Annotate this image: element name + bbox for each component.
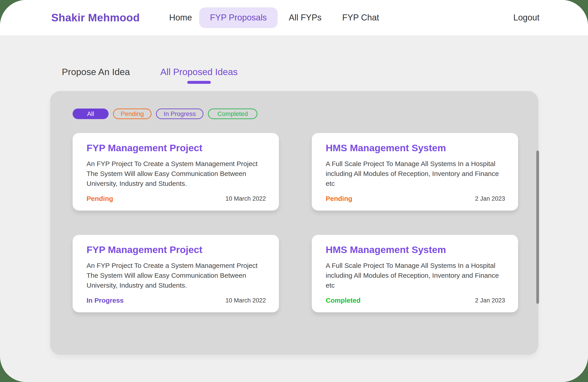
card-description: An FYP Project To Create a System Manage… [86,261,266,290]
proposal-card[interactable]: FYP Management Project An FYP Project To… [73,133,279,211]
main-content: Propose An Idea All Proposed Ideas All P… [0,67,588,355]
logout-button[interactable]: Logout [513,13,539,22]
proposal-card-grid: FYP Management Project An FYP Project To… [73,133,538,312]
card-footer: Pending 10 March 2022 [86,195,266,202]
nav-all-fyps[interactable]: All FYPs [289,13,322,22]
card-description: An FYP Project To Create a System Manage… [86,159,266,188]
filter-all[interactable]: All [73,109,108,119]
proposal-card[interactable]: FYP Management Project An FYP Project To… [73,235,279,312]
nav-fyp-proposals[interactable]: FYP Proposals [199,7,278,28]
card-title: FYP Management Project [86,142,266,154]
filter-in-progress[interactable]: In Progress [156,109,203,119]
status-badge: In Progress [86,297,124,304]
card-title: FYP Management Project [86,244,266,255]
tab-label: All Proposed Ideas [160,67,238,77]
app-window: Shakir Mehmood Home FYP Proposals All FY… [0,0,588,382]
proposal-card[interactable]: HMS Management System A Full Scale Proje… [312,235,518,312]
card-footer: In Progress 10 March 2022 [86,297,266,304]
status-badge: Pending [326,195,352,202]
card-date: 2 Jan 2023 [475,195,505,202]
card-title: HMS Management System [326,244,505,255]
scrollbar-thumb[interactable] [536,151,539,304]
nav-fyp-chat[interactable]: FYP Chat [342,13,379,22]
tab-all-proposed-ideas[interactable]: All Proposed Ideas [160,67,238,84]
card-description: A Full Scale Project To Manage All Syste… [326,159,505,188]
nav-home[interactable]: Home [169,13,192,22]
card-date: 10 March 2022 [226,195,266,202]
brand-user-name[interactable]: Shakir Mehmood [51,11,140,24]
main-nav: Home FYP Proposals All FYPs FYP Chat [140,7,379,28]
filter-pending[interactable]: Pending [113,109,151,119]
active-tab-underline [187,81,211,84]
proposals-panel: All Pending In Progress Completed FYP Ma… [50,91,538,355]
card-title: HMS Management System [326,142,505,154]
proposal-card[interactable]: HMS Management System A Full Scale Proje… [312,133,518,211]
status-badge: Completed [326,297,360,304]
card-description: A Full Scale Project To Manage All Syste… [326,261,505,290]
card-footer: Completed 2 Jan 2023 [326,297,505,304]
status-filter-bar: All Pending In Progress Completed [73,109,538,119]
tab-label: Propose An Idea [62,67,130,77]
card-date: 10 March 2022 [226,297,266,304]
header: Shakir Mehmood Home FYP Proposals All FY… [0,0,588,35]
proposal-tabs: Propose An Idea All Proposed Ideas [62,67,588,84]
status-badge: Pending [86,195,113,202]
card-footer: Pending 2 Jan 2023 [326,195,505,202]
tab-propose-an-idea[interactable]: Propose An Idea [62,67,130,77]
card-date: 2 Jan 2023 [475,297,505,304]
filter-completed[interactable]: Completed [208,109,257,119]
